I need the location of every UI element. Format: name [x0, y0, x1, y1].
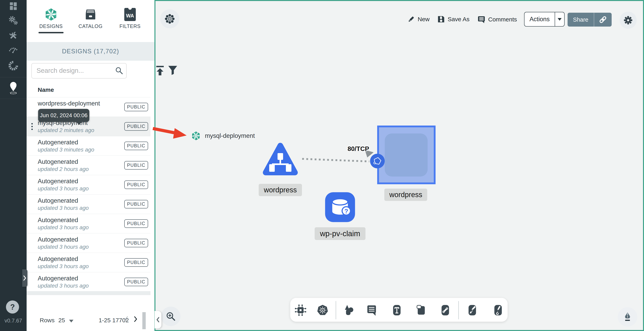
publish-upload-icon[interactable] — [155, 65, 165, 76]
actions-caret-button[interactable] — [555, 18, 564, 21]
wp-pv-claim-label: wp-pv-claim — [320, 230, 360, 238]
freehand-draw-tool-button[interactable] — [492, 304, 504, 317]
design-updated: updated 3 hours ago — [38, 205, 124, 211]
edge-draw-tool-button[interactable] — [466, 304, 479, 317]
node-label-chip: wp-pv-claim — [315, 227, 366, 240]
pagination-range: 1-25 17702 — [87, 317, 140, 324]
visibility-badge: PUBLIC — [124, 258, 148, 267]
search-icon — [115, 66, 124, 75]
share-split-button[interactable]: Share — [568, 13, 612, 26]
design-updated: updated 3 hours ago — [38, 283, 124, 289]
save-as-label: Save As — [448, 16, 470, 23]
rows-per-page-caret-icon[interactable] — [69, 320, 74, 323]
design-list: wordpress-deployment PUBLIC mysql-deploy… — [26, 97, 150, 292]
design-list-item[interactable]: Autogenerated updated 3 hours ago PUBLIC — [26, 272, 150, 292]
tab-catalog[interactable]: CATALOG — [72, 0, 110, 40]
tooltip-text: Jun 02, 2024 00:06 — [40, 112, 88, 119]
visibility-badge: PUBLIC — [124, 122, 148, 131]
speedometer-icon — [8, 45, 18, 54]
design-name: Autogenerated — [38, 275, 124, 282]
visibility-badge: PUBLIC — [124, 103, 148, 111]
tab-filters[interactable]: WA FILTERS — [111, 0, 149, 40]
zoom-in-button[interactable] — [161, 307, 180, 326]
pod-port-node[interactable] — [370, 153, 385, 169]
design-updated: updated 3 hours ago — [38, 263, 124, 270]
sidebar-item-configuration[interactable] — [0, 31, 26, 41]
filter-funnel-icon[interactable] — [168, 65, 178, 75]
sidebar-divider — [0, 77, 26, 77]
design-name: wordpress-deployment — [38, 100, 124, 107]
copy-link-button[interactable] — [594, 15, 612, 24]
design-list-item[interactable]: Autogenerated updated 3 hours ago PUBLIC — [26, 233, 150, 253]
sidebar-item-performance[interactable] — [0, 45, 26, 54]
help-button[interactable]: ? — [6, 301, 19, 314]
design-list-item[interactable]: Autogenerated updated 3 minutes ago PUBL… — [26, 136, 150, 156]
design-name: Autogenerated — [38, 236, 124, 243]
design-list-item[interactable]: Autogenerated updated 3 hours ago PUBLIC — [26, 175, 150, 195]
design-list-item[interactable]: Autogenerated updated 2 hours ago PUBLIC — [26, 156, 150, 175]
chain-link-icon — [439, 304, 451, 316]
list-scrollbar-thumb[interactable] — [142, 312, 146, 329]
visibility-badge: PUBLIC — [124, 200, 148, 208]
sidebar-item-visualize[interactable] — [0, 80, 26, 95]
rows-per-page-value[interactable]: 25 — [58, 317, 65, 324]
mesh-flower-button[interactable] — [160, 9, 179, 28]
design-list-item[interactable]: Autogenerated updated 3 hours ago PUBLIC — [26, 214, 150, 233]
toolbar-divider — [458, 301, 459, 319]
design-search-box[interactable] — [31, 63, 127, 78]
design-search-input[interactable] — [36, 63, 112, 78]
sidebar-item-extensions[interactable] — [0, 60, 26, 71]
comments-button[interactable]: Comments — [478, 15, 517, 23]
extensions-donut-icon — [8, 60, 19, 71]
next-page-button[interactable] — [133, 316, 138, 323]
row-kebab-menu-icon[interactable] — [31, 123, 33, 130]
mesh-flower-icon — [164, 13, 175, 24]
catalog-archive-icon — [84, 7, 97, 22]
pagination-footer: Rows 25 1-25 17702 — [26, 295, 154, 331]
design-name: Autogenerated — [38, 217, 124, 224]
toolbar-divider — [336, 301, 336, 319]
settings-button[interactable] — [620, 12, 637, 29]
rectangle-tool-button[interactable] — [415, 304, 428, 317]
wp-pv-claim-node[interactable]: ? — [324, 192, 356, 223]
chevron-down-icon — [558, 18, 562, 21]
chevron-right-icon — [133, 316, 138, 323]
new-button[interactable]: New — [407, 15, 430, 23]
visibility-badge: PUBLIC — [124, 239, 148, 247]
link-tool-button[interactable] — [439, 304, 452, 317]
actions-split-button[interactable]: Actions — [524, 12, 564, 26]
kubernetes-tool-button[interactable] — [316, 304, 329, 317]
wordpress-service-node[interactable] — [260, 141, 300, 180]
component-tool-button[interactable] — [294, 304, 307, 317]
design-mode-button[interactable] — [618, 307, 637, 327]
design-updated: updated 2 minutes ago — [38, 127, 124, 133]
previous-page-button[interactable] — [124, 316, 129, 323]
design-list-item[interactable]: Autogenerated updated 3 hours ago PUBLIC — [26, 195, 150, 214]
shapes-tool-button[interactable] — [343, 304, 355, 317]
sidebar-divider — [0, 99, 26, 99]
design-list-item[interactable]: Autogenerated updated 3 hours ago PUBLIC — [26, 253, 150, 272]
pen-nib-icon — [622, 312, 633, 322]
port-edge-label: 80/TCP — [344, 145, 372, 153]
sidebar-item-lifecycle[interactable] — [0, 15, 26, 26]
tab-filters-label: FILTERS — [120, 23, 141, 29]
sidebar-expand-handle[interactable] — [22, 269, 28, 287]
sidebar-item-dashboard[interactable] — [0, 1, 26, 11]
save-as-button[interactable]: Save As — [437, 15, 470, 23]
zoom-in-icon — [166, 311, 176, 322]
component-chip-icon — [294, 304, 307, 317]
panel-collapse-handle[interactable] — [155, 311, 162, 329]
map-pin-icon — [8, 80, 19, 95]
panel-header: DESIGNS (17,702) — [26, 42, 154, 61]
mysql-deployment-node[interactable] — [191, 131, 201, 141]
canvas-toolbar — [290, 298, 508, 322]
tab-designs-label: DESIGNS — [39, 23, 63, 29]
wordpress-deployment-node-selected[interactable] — [377, 126, 436, 184]
notes-tool-button[interactable] — [366, 304, 378, 317]
dashboard-icon — [9, 1, 18, 11]
tab-catalog-label: CATALOG — [78, 23, 102, 29]
wordpress-service-label: wordpress — [264, 186, 297, 194]
design-name: Autogenerated — [38, 256, 124, 263]
tab-designs[interactable]: DESIGNS — [32, 0, 70, 40]
text-tool-button[interactable] — [390, 304, 403, 317]
